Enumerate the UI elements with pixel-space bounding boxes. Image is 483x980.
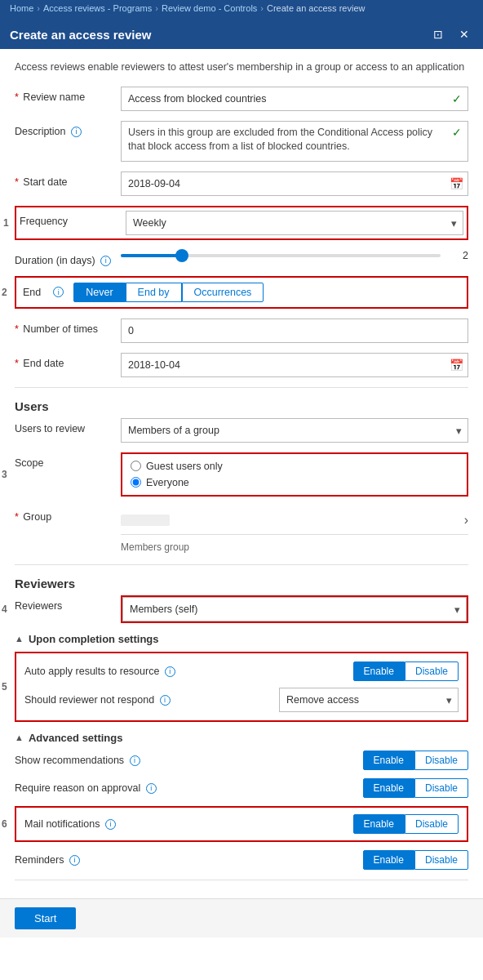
group-chevron-icon[interactable]: ›	[464, 513, 468, 528]
end-info-icon[interactable]: i	[53, 287, 64, 297]
window-title: Create an access review	[10, 28, 151, 42]
description-info-icon[interactable]: i	[71, 127, 82, 137]
frequency-label: Frequency	[20, 211, 126, 227]
scope-label: Scope	[15, 452, 121, 469]
close-button[interactable]: ✕	[455, 26, 473, 42]
end-date-calendar-icon[interactable]: 📅	[450, 359, 463, 372]
number-of-times-input[interactable]	[121, 318, 468, 343]
users-to-review-row: Users to review Members of a group Assig…	[15, 418, 468, 443]
require-reason-row: Require reason on approval i Enable Disa…	[15, 778, 468, 798]
require-reason-disable-button[interactable]: Disable	[414, 778, 468, 798]
scope-everyone-row: Everyone	[131, 477, 459, 488]
scope-everyone-radio[interactable]	[131, 477, 141, 488]
users-to-review-label: Users to review	[15, 418, 121, 434]
require-reason-enable-button[interactable]: Enable	[363, 778, 414, 798]
end-by-button[interactable]: End by	[126, 283, 182, 302]
auto-apply-enable-button[interactable]: Enable	[353, 662, 405, 681]
description-label: Description i	[15, 121, 121, 137]
start-date-label: * Start date	[15, 172, 121, 188]
end-date-label: * End date	[15, 353, 121, 369]
scope-row: 3 Scope Guest users only Everyone	[15, 452, 468, 497]
step-3-label: 3	[2, 469, 7, 480]
duration-value: 2	[449, 250, 468, 261]
end-row: End i Never End by Occurrences	[15, 276, 468, 309]
start-date-input[interactable]	[121, 172, 468, 196]
description-row: Description i Users in this group are ex…	[15, 121, 468, 162]
frequency-select[interactable]: Weekly Daily Monthly Quarterly Annually	[126, 211, 463, 235]
mail-notifications-enable-button[interactable]: Enable	[353, 814, 405, 834]
divider-2	[15, 564, 468, 565]
maximize-button[interactable]: ⊡	[429, 26, 447, 42]
scope-guest-radio[interactable]	[131, 461, 141, 471]
review-name-row: * Review name ✓	[15, 87, 468, 111]
main-window: Home › Access reviews - Programs › Revie…	[0, 0, 483, 980]
require-reason-info-icon[interactable]: i	[146, 783, 157, 794]
completion-header[interactable]: ▲ Upon completion settings	[15, 633, 468, 645]
mail-notifications-disable-button[interactable]: Disable	[405, 814, 459, 834]
start-date-row: * Start date 📅	[15, 172, 468, 196]
scope-guest-row: Guest users only	[131, 461, 459, 472]
show-rec-enable-button[interactable]: Enable	[363, 751, 414, 770]
not-respond-select[interactable]: Remove access Approve access Take recomm…	[279, 688, 459, 712]
auto-apply-info-icon[interactable]: i	[165, 666, 175, 677]
start-button[interactable]: Start	[15, 907, 76, 929]
mail-notifications-info-icon[interactable]: i	[105, 819, 116, 830]
frequency-row: 1 Frequency Weekly Daily Monthly Quarter…	[15, 206, 468, 240]
reviewers-row: 4 Reviewers Members (self) Selected revi…	[15, 595, 468, 623]
group-label: * Group	[15, 506, 121, 523]
number-of-times-row: * Number of times	[15, 318, 468, 343]
duration-slider[interactable]	[121, 254, 441, 257]
review-name-check-icon: ✓	[452, 92, 462, 105]
end-occurrences-button[interactable]: Occurrences	[182, 283, 264, 302]
show-rec-info-icon[interactable]: i	[130, 755, 140, 766]
step-5-label: 5	[2, 681, 7, 693]
content-area: Access reviews enable reviewers to attes…	[0, 49, 483, 980]
review-name-input[interactable]	[121, 87, 468, 111]
scope-guest-label: Guest users only	[146, 461, 223, 472]
reminders-disable-button[interactable]: Disable	[414, 850, 468, 870]
not-respond-info-icon[interactable]: i	[160, 695, 171, 706]
breadcrumb-current: Create an access review	[267, 3, 365, 13]
end-date-row: * End date 📅	[15, 353, 468, 377]
step-4-label: 4	[2, 604, 7, 615]
breadcrumb: Home › Access reviews - Programs › Revie…	[0, 0, 483, 20]
breadcrumb-controls[interactable]: Review demo - Controls	[162, 3, 257, 13]
users-to-review-select[interactable]: Members of a group Assigned to an applic…	[121, 418, 468, 443]
require-reason-label: Require reason on approval	[15, 782, 140, 794]
reviewers-label: Reviewers	[15, 595, 121, 612]
title-bar: Create an access review ⊡ ✕	[0, 20, 483, 49]
completion-heading: Upon completion settings	[29, 633, 159, 645]
step-6-label: 6	[2, 818, 7, 830]
show-rec-disable-button[interactable]: Disable	[414, 751, 468, 770]
footer: Start	[0, 898, 483, 938]
members-group-text: Members group	[121, 538, 468, 555]
description-check-icon: ✓	[452, 126, 462, 139]
divider-3	[15, 880, 468, 880]
reviewers-select[interactable]: Members (self) Selected reviewers Group …	[122, 597, 467, 621]
review-name-label: * Review name	[15, 87, 121, 103]
reminders-label: Reminders	[15, 854, 64, 866]
mail-notifications-label: Mail notifications	[24, 818, 100, 830]
breadcrumb-home[interactable]: Home	[10, 3, 33, 13]
mail-notifications-box: Mail notifications i Enable Disable	[15, 806, 468, 842]
show-rec-label: Show recommendations	[15, 755, 124, 766]
scope-everyone-label: Everyone	[146, 477, 189, 488]
auto-apply-row: Auto apply results to resource i Enable …	[24, 662, 459, 681]
auto-apply-disable-button[interactable]: Disable	[405, 662, 459, 681]
reminders-enable-button[interactable]: Enable	[363, 850, 414, 870]
number-of-times-label: * Number of times	[15, 318, 121, 335]
reminders-row: Reminders i Enable Disable	[15, 850, 468, 870]
reviewers-heading: Reviewers	[15, 577, 468, 590]
step-2-label: 2	[2, 287, 7, 298]
advanced-header[interactable]: ▲ Advanced settings	[15, 732, 468, 744]
duration-info-icon[interactable]: i	[100, 256, 111, 266]
end-never-button[interactable]: Never	[73, 283, 125, 302]
group-value-placeholder	[121, 514, 170, 526]
divider-1	[15, 387, 468, 388]
reminders-info-icon[interactable]: i	[69, 855, 80, 866]
description-input[interactable]: Users in this group are excluded from th…	[121, 121, 468, 162]
users-heading: Users	[15, 399, 468, 413]
end-date-input[interactable]	[121, 353, 468, 377]
calendar-icon[interactable]: 📅	[450, 177, 463, 190]
breadcrumb-programs[interactable]: Access reviews - Programs	[43, 3, 152, 13]
